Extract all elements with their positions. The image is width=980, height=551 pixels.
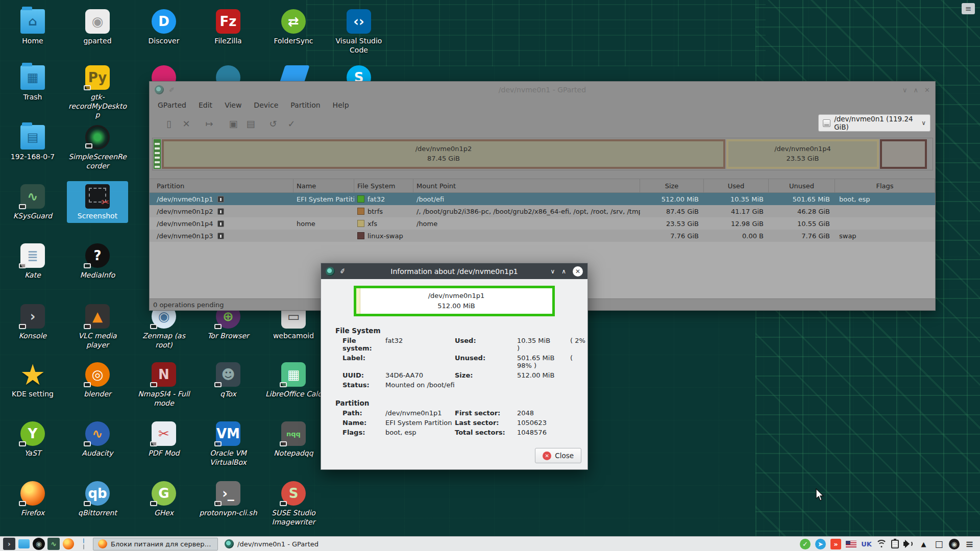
desktop-icon-qbittorrent[interactable]: qbqBittorrent [67,478,128,520]
toolbar-undo-button[interactable]: ↺ [265,116,281,131]
column-header-size[interactable]: Size [640,179,704,192]
desktop-icon-foldersync[interactable]: ⇄FolderSync [263,6,324,48]
menu-partition[interactable]: Partition [284,99,326,111]
panel-menu-icon[interactable]: ≡ [964,539,975,549]
launcher-firefox-launcher[interactable] [62,538,75,550]
desktop-icon-ghex[interactable]: GGHex [133,478,194,520]
desktop-icon-label: gparted [83,37,111,46]
task-button-gparted[interactable]: /dev/nvme0n1 - GParted [220,538,323,550]
column-header-name[interactable]: Name [293,179,354,192]
telegram-icon[interactable]: ➤ [815,539,826,549]
menu-view[interactable]: View [218,99,248,111]
toolbar-new-button[interactable]: ▯ [161,116,177,131]
red-diamonds-icon[interactable]: » [830,539,841,549]
detail-value: /dev/nvme0n1p1 [385,409,455,417]
desktop-icon-firefox[interactable]: Firefox [2,478,63,520]
desktop-icon-label: gtk-recordMyDesktop [68,93,127,120]
desktop-icon-gtk-recordmydesktop[interactable]: Pygtk-recordMyDesktop [67,62,128,122]
dialog-titlebar[interactable]: ✐ Information about /dev/nvme0n1p1 ∨∧✕ [321,263,587,279]
desktop-icon-qtox[interactable]: ☻qTox [198,359,259,401]
table-row-dev-nvme0n1p2[interactable]: /dev/nvme0n1p2btrfs/, /boot/grub2/i386-p… [150,205,935,217]
desktop-icon-mediainfo[interactable]: ?MediaInfo [67,240,128,282]
wave [909,541,913,547]
desktop-icon-yast[interactable]: YYaST [2,418,63,460]
launcher-screenrecorder-launcher[interactable]: ◉ [33,538,45,550]
virtual-desktop-pager[interactable] [77,538,90,550]
desktop-icon-kate[interactable]: ≣Kate [2,240,63,282]
wifi-icon[interactable] [876,540,887,548]
dialog-maximize-button[interactable]: ∧ [561,268,566,275]
desktop-icon-simplescreenrecorder[interactable]: SimpleScreenRecorder [67,122,128,172]
desktop-icon-vlc-media-player[interactable]: ▲VLC media player [67,301,128,352]
dialog-close-button[interactable]: ✕ [573,266,583,277]
column-header-partition[interactable]: Partition [150,179,293,192]
desktop-icon-pdf-mod[interactable]: ✂PDF Mod [133,418,194,460]
table-row-dev-nvme0n1p1[interactable]: /dev/nvme0n1p1EFI System Partitionfat32/… [150,193,935,205]
us-flag-icon[interactable] [846,541,856,547]
launcher-file-manager-launcher[interactable] [18,538,30,550]
desktop-icon-protonvpn-cli-sh[interactable]: ›_protonvpn-cli.sh [198,478,259,520]
desktop-icon-gparted[interactable]: ◉gparted [67,6,128,48]
desktop-icon-screenshot[interactable]: ✂Screenshot [67,181,128,223]
toolbar-resize-move-button[interactable]: ↦ [202,116,217,131]
desktop-icon-visual-studio-code[interactable]: ‹›Visual Studio Code [328,6,389,57]
close-button[interactable]: ✕ Close [535,448,581,463]
dialog-rollup-button[interactable]: ∨ [550,268,555,275]
toolbar-copy-button[interactable]: ▣ [226,116,241,131]
menu-edit[interactable]: Edit [192,99,218,111]
column-header-mount-point[interactable]: Mount Point [413,179,640,192]
menu-device[interactable]: Device [248,99,284,111]
desktop-icon-discover[interactable]: DDiscover [133,6,194,48]
close-button[interactable]: ✕ [924,86,930,94]
expand-tray-icon[interactable]: ▲ [918,539,929,549]
column-header-unused[interactable]: Unused [769,179,835,192]
device-selector[interactable]: /dev/nvme0n1 (119.24 GiB) ∨ [818,114,930,132]
toolbar-paste-button[interactable]: ▤ [243,116,258,131]
disk-segment-dev-nvme0n1p4[interactable]: /dev/nvme0n1p423.53 GiB [726,139,879,169]
desktop-icon-audacity[interactable]: ∿Audacity [67,418,128,460]
desktop-icon-notepadqq[interactable]: nqqNotepadqq [263,418,324,460]
desktop-icon-filezilla[interactable]: FzFileZilla [198,6,259,48]
minimize-button[interactable]: ∨ [902,86,908,94]
launcher-ksysguard-launcher[interactable]: ∿ [47,538,60,550]
disk-segment-dev-nvme0n1p2[interactable]: /dev/nvme0n1p287.45 GiB [162,139,725,169]
gparted-titlebar[interactable]: ✐ /dev/nvme0n1 - GParted ∨∧✕ [150,82,935,98]
icon-glyph: ‹› [353,14,364,29]
desktop-1 [83,538,84,543]
menu-gparted[interactable]: GParted [152,99,192,111]
taskbar: ›◉∿ Блоки питания для серверов ку.../dev… [0,536,980,551]
column-header-file-system[interactable]: File System [354,179,413,192]
desktop-icon-nmapsi4-full-mode[interactable]: NNmapSI4 - Full mode [133,359,194,410]
desktop-icon-oracle-vm-virtualbox[interactable]: VMOracle VM VirtualBox [198,418,259,469]
show-desktop-icon[interactable]: □ [934,539,944,549]
launcher-konsole-launcher[interactable]: › [3,538,15,550]
disk-segment-dev-nvme0n1p3[interactable] [880,139,927,169]
partition-table: PartitionNameFile SystemMount PointSizeU… [150,179,935,242]
toolbar-apply-button[interactable]: ✓ [284,116,299,131]
desktop-icon-trash[interactable]: ▦Trash [2,62,63,104]
column-header-used[interactable]: Used [704,179,769,192]
desktop-icon-home[interactable]: ⌂Home [2,6,63,48]
clipboard-icon[interactable] [891,540,899,548]
desktop-icon-suse-studio-imagewriter[interactable]: SSUSE Studio Imagewriter [263,478,324,529]
desktop-icon-konsole[interactable]: ›Konsole [2,301,63,343]
desktop-icon-ksysguard[interactable]: ∿KSysGuard [2,181,63,223]
desktop-icon-blender[interactable]: ◎blender [67,359,128,401]
keyboard-layout-indicator[interactable]: UK [861,539,872,549]
column-header-flags[interactable]: Flags [835,179,935,192]
table-row-dev-nvme0n1p3[interactable]: /dev/nvme0n1p3linux-swap7.76 GiB0.00 B7.… [150,230,935,242]
toolbar-delete-button[interactable]: ✕ [179,116,194,131]
disk-segment-dev-nvme0n1p1[interactable] [154,139,161,169]
desktop-icon-libreoffice-calc[interactable]: ▦LibreOffice Calc [263,359,324,401]
opensuse-icon[interactable]: ◉ [949,539,960,549]
task-button-firefox[interactable]: Блоки питания для серверов ку... [93,538,218,550]
menu-help[interactable]: Help [327,99,355,111]
dialog-title: Information about /dev/nvme0n1p1 [321,267,587,276]
status-ok-icon[interactable]: ✓ [800,539,811,549]
desktop-icon-192-168-0-7[interactable]: ▤192-168-0-7 [2,122,63,164]
volume-icon[interactable] [903,540,914,548]
table-row-dev-nvme0n1p4[interactable]: /dev/nvme0n1p4homexfs/home23.53 GiB12.98… [150,217,935,230]
desktop-icon-kde-setting[interactable]: ★KDE setting [2,359,63,401]
maximize-button[interactable]: ∧ [914,86,919,94]
desktop-toolbox-icon[interactable]: ≡ [962,3,975,14]
